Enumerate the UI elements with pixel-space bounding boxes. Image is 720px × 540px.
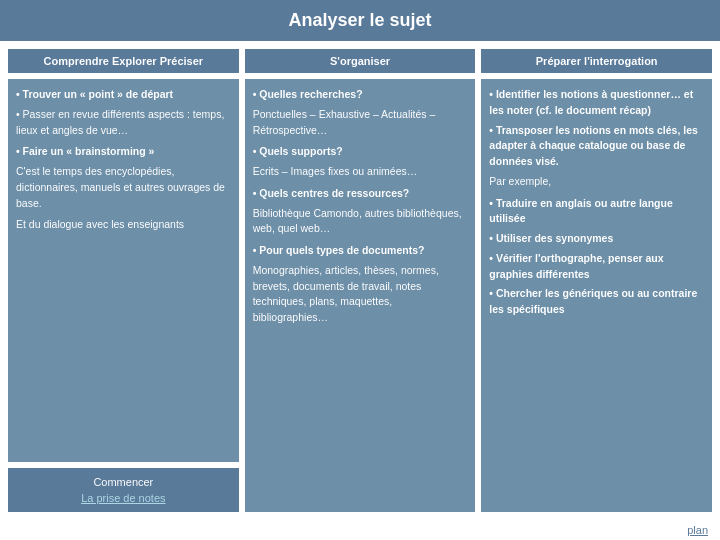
col3-item-7: • Chercher les génériques ou au contrair… (489, 286, 704, 318)
col1-footer-label: Commencer (16, 476, 231, 488)
col2-item-4: Ecrits – Images fixes ou animées… (253, 164, 468, 180)
col1-item-2: • Passer en revue différents aspects : t… (16, 107, 231, 139)
col1-footer-link[interactable]: La prise de notes (16, 492, 231, 504)
column-2: S'organiser • Quelles recherches? Ponctu… (245, 49, 476, 512)
col1-item-1: • Trouver un « point » de départ (16, 87, 231, 103)
col2-header: S'organiser (245, 49, 476, 73)
col1-item-5: Et du dialogue avec les enseignants (16, 217, 231, 233)
col2-item-3: • Quels supports? (253, 144, 468, 160)
col2-item-6: Bibliothèque Camondo, autres bibliothèqu… (253, 206, 468, 238)
col3-body: • Identifier les notions à questionner… … (481, 79, 712, 512)
col2-item-8: Monographies, articles, thèses, normes, … (253, 263, 468, 326)
col3-item-3: Par exemple, (489, 174, 704, 190)
plan-link[interactable]: plan (687, 524, 708, 536)
col2-item-7: • Pour quels types de documents? (253, 243, 468, 259)
col2-item-1: • Quelles recherches? (253, 87, 468, 103)
col3-item-2: • Transposer les notions en mots clés, l… (489, 123, 704, 170)
col3-item-6: • Vérifier l'orthographe, penser aux gra… (489, 251, 704, 283)
col2-item-2: Ponctuelles – Exhaustive – Actualités – … (253, 107, 468, 139)
col1-body: • Trouver un « point » de départ • Passe… (8, 79, 239, 462)
col1-footer: Commencer La prise de notes (8, 468, 239, 512)
col3-item-5: • Utiliser des synonymes (489, 231, 704, 247)
col1-item-4: C'est le temps des encyclopédies, dictio… (16, 164, 231, 211)
col3-item-1: • Identifier les notions à questionner… … (489, 87, 704, 119)
main-content: Comprendre Explorer Préciser • Trouver u… (0, 41, 720, 520)
col2-body: • Quelles recherches? Ponctuelles – Exha… (245, 79, 476, 512)
col2-item-5: • Quels centres de ressources? (253, 186, 468, 202)
col3-header: Préparer l'interrogation (481, 49, 712, 73)
column-3: Préparer l'interrogation • Identifier le… (481, 49, 712, 512)
page-footer: plan (0, 520, 720, 540)
col1-item-3: • Faire un « brainstorming » (16, 144, 231, 160)
page: Analyser le sujet Comprendre Explorer Pr… (0, 0, 720, 540)
col3-item-4: • Traduire en anglais ou autre langue ut… (489, 196, 704, 228)
page-title: Analyser le sujet (0, 0, 720, 41)
col1-header: Comprendre Explorer Préciser (8, 49, 239, 73)
column-1: Comprendre Explorer Préciser • Trouver u… (8, 49, 239, 512)
